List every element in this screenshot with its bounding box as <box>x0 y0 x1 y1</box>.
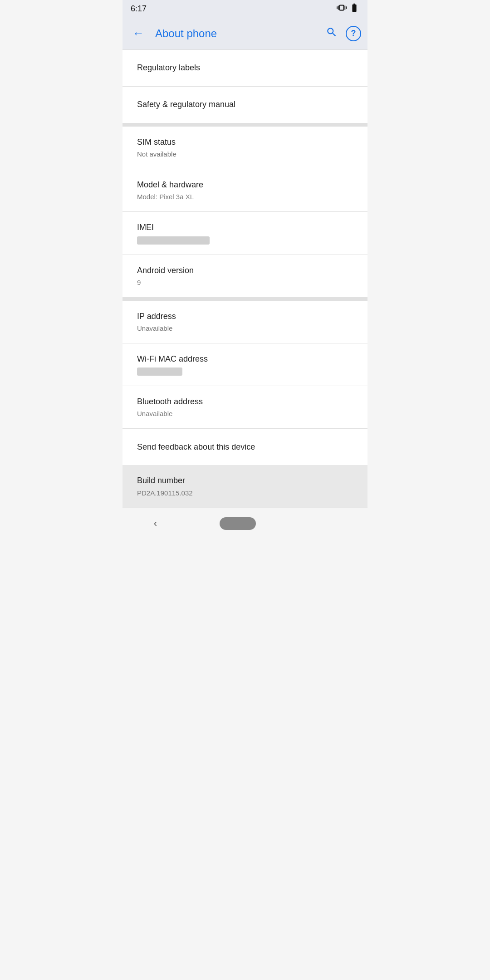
vibrate-icon <box>337 3 347 15</box>
section-divider-2 <box>122 297 368 301</box>
settings-item-android-version[interactable]: Android version 9 <box>122 255 368 297</box>
help-icon: ? <box>351 29 356 38</box>
send-feedback-title: Send feedback about this device <box>137 441 353 453</box>
sim-status-title: SIM status <box>137 137 353 148</box>
settings-item-send-feedback[interactable]: Send feedback about this device <box>122 429 368 465</box>
settings-item-build-number[interactable]: Build number PD2A.190115.032 <box>122 465 368 507</box>
sim-status-value: Not available <box>137 149 353 159</box>
wifi-mac-title: Wi-Fi MAC address <box>137 353 353 365</box>
android-version-value: 9 <box>137 278 353 287</box>
imei-redacted <box>137 236 210 245</box>
status-time: 6:17 <box>131 4 147 14</box>
bluetooth-address-title: Bluetooth address <box>137 396 353 407</box>
nav-home-pill[interactable] <box>220 517 256 530</box>
status-icons <box>337 3 359 15</box>
settings-item-safety-regulatory[interactable]: Safety & regulatory manual <box>122 87 368 123</box>
settings-item-model-hardware[interactable]: Model & hardware Model: Pixel 3a XL <box>122 169 368 211</box>
app-bar: ← About phone ? <box>122 17 368 50</box>
build-number-title: Build number <box>137 475 353 486</box>
model-hardware-value: Model: Pixel 3a XL <box>137 192 353 201</box>
android-version-title: Android version <box>137 265 353 276</box>
search-button[interactable] <box>323 24 340 44</box>
settings-item-ip-address[interactable]: IP address Unavailable <box>122 301 368 343</box>
settings-content: Regulatory labels Safety & regulatory ma… <box>122 50 368 508</box>
build-number-value: PD2A.190115.032 <box>137 488 353 498</box>
ip-address-value: Unavailable <box>137 323 353 333</box>
nav-back-button[interactable]: ‹ <box>154 518 157 529</box>
wifi-mac-redacted <box>137 368 182 376</box>
regulatory-labels-title: Regulatory labels <box>137 62 353 74</box>
settings-item-imei[interactable]: IMEI <box>122 212 368 254</box>
safety-regulatory-title: Safety & regulatory manual <box>137 99 353 110</box>
settings-item-sim-status[interactable]: SIM status Not available <box>122 127 368 169</box>
app-bar-actions: ? <box>323 24 361 44</box>
section-divider-1 <box>122 123 368 127</box>
bluetooth-address-value: Unavailable <box>137 409 353 418</box>
model-hardware-title: Model & hardware <box>137 179 353 191</box>
imei-value <box>137 235 353 245</box>
navigation-bar: ‹ <box>122 508 368 539</box>
back-button[interactable]: ← <box>129 23 148 44</box>
settings-item-regulatory-labels[interactable]: Regulatory labels <box>122 50 368 86</box>
help-button[interactable]: ? <box>346 26 361 41</box>
status-bar: 6:17 <box>122 0 368 17</box>
imei-title: IMEI <box>137 222 353 233</box>
battery-icon <box>349 3 359 15</box>
ip-address-title: IP address <box>137 311 353 322</box>
page-title: About phone <box>155 27 316 40</box>
settings-item-wifi-mac[interactable]: Wi-Fi MAC address <box>122 343 368 386</box>
wifi-mac-value <box>137 366 353 376</box>
settings-item-bluetooth-address[interactable]: Bluetooth address Unavailable <box>122 386 368 428</box>
